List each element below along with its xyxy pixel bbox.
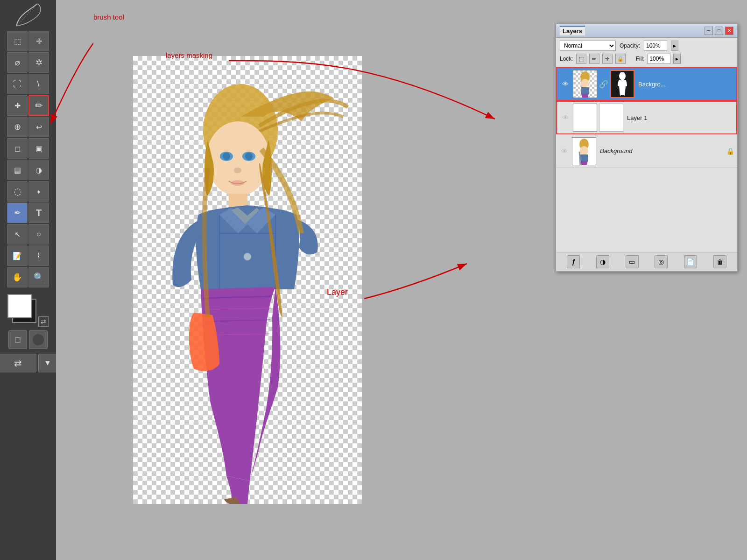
layer1-name: Layer 1 <box>625 114 733 121</box>
panel-close-btn[interactable]: ✕ <box>725 27 733 35</box>
zoom-tool[interactable]: 🔍 <box>28 267 49 287</box>
blur-tool[interactable]: ◑ <box>28 160 49 180</box>
healing-brush-tool[interactable]: ✚ <box>7 95 28 116</box>
eye-base-icon: 👁 <box>561 147 568 155</box>
brush-tool[interactable]: ✏ <box>28 95 49 116</box>
panel-controls: NormalDissolveMultiplyScreenOverlay Opac… <box>556 38 737 67</box>
hand-icon: ✋ <box>12 272 22 282</box>
fill-input[interactable] <box>647 54 670 64</box>
dodge-icon: ◌ <box>14 186 21 197</box>
svg-rect-12 <box>581 87 589 94</box>
opacity-arrow-btn[interactable]: ▶ <box>671 41 678 51</box>
layer-visibility-base[interactable]: 👁 <box>559 146 570 157</box>
layer-mask-thumb-bg <box>610 70 634 98</box>
svg-point-11 <box>581 79 589 88</box>
layer-visibility-bg[interactable]: 👁 <box>560 78 571 90</box>
text-tool[interactable]: T <box>28 203 49 223</box>
smudge-tool[interactable]: ⬧ <box>28 181 49 202</box>
standard-mode-btn[interactable]: □ <box>8 330 27 349</box>
background-eraser-tool[interactable]: ▣ <box>28 138 49 159</box>
panel-title-icons: ─ □ ✕ <box>705 27 733 35</box>
new-layer-btn[interactable]: 📄 <box>684 255 697 268</box>
path-select-tool[interactable]: ↖ <box>7 224 28 245</box>
crop-icon: ⛶ <box>13 79 21 89</box>
svg-rect-16 <box>580 154 588 161</box>
layer-thumb-1 <box>573 104 597 132</box>
magic-wand-tool[interactable]: ✲ <box>28 52 49 73</box>
restore-icon: □ <box>718 28 720 33</box>
layers-tab[interactable]: Layers <box>560 26 585 35</box>
tool-row-12: ✋ 🔍 <box>7 267 49 287</box>
background-base-row[interactable]: 👁 Background 🔒 <box>556 134 737 168</box>
tool-row-1: ⬚ ✛ <box>7 31 49 51</box>
screen-mode-btn[interactable]: ⇄ <box>0 354 36 372</box>
svg-point-6 <box>234 168 241 173</box>
tool-row-3: ⛶ / <box>7 74 49 94</box>
app-logo-icon <box>7 2 49 28</box>
background-layer-name: Backgro... <box>636 81 733 88</box>
layer-thumb-bg <box>573 70 597 98</box>
notes-tool[interactable]: 📝 <box>7 245 28 266</box>
blend-mode-select[interactable]: NormalDissolveMultiplyScreenOverlay <box>560 41 616 51</box>
lock-all-icon: 🔒 <box>617 56 624 62</box>
delete-layer-btn[interactable]: 🗑 <box>713 255 726 268</box>
new-group-btn[interactable]: ▭ <box>626 255 639 268</box>
lock-all-btn[interactable]: 🔒 <box>615 54 626 64</box>
layer-visibility-1[interactable]: 👁 <box>560 112 571 123</box>
lock-position-icon: ✛ <box>605 56 609 62</box>
hand-tool[interactable]: ✋ <box>7 267 28 287</box>
fx-icon: ƒ <box>571 258 575 266</box>
magic-wand-icon: ✲ <box>35 57 42 68</box>
quick-mask-btn[interactable] <box>29 330 48 349</box>
panel-restore-btn[interactable]: □ <box>715 27 723 35</box>
shape-icon: ○ <box>36 230 41 238</box>
switch-colors-btn[interactable]: ⇄ <box>38 316 49 327</box>
panel-title-tabs: Layers <box>560 26 585 35</box>
svg-point-5 <box>245 153 253 160</box>
move-tool[interactable]: ✛ <box>28 31 49 51</box>
lasso-tool[interactable]: ⌀ <box>7 52 28 73</box>
clone-stamp-tool[interactable]: ⊕ <box>7 117 28 137</box>
add-layer-style-btn[interactable]: ƒ <box>567 255 580 268</box>
lock-transparency-btn[interactable]: ⬚ <box>576 54 586 64</box>
eyedropper-tool[interactable]: / <box>28 74 49 94</box>
lock-image-icon: ✏ <box>592 56 596 62</box>
mask-icon: ◑ <box>600 258 606 266</box>
base-layer-image <box>573 138 595 165</box>
lock-position-btn[interactable]: ✛ <box>602 54 613 64</box>
history-brush-tool[interactable]: ↩ <box>28 117 49 137</box>
layer1-row[interactable]: 👁 Layer 1 <box>556 101 737 134</box>
layer-lock-icon: 🔒 <box>726 147 734 155</box>
panel-minimize-btn[interactable]: ─ <box>705 27 713 35</box>
screen-mode2-btn[interactable]: ▼ <box>38 354 57 372</box>
background-base-name: Background <box>598 147 725 154</box>
opacity-input[interactable] <box>644 41 667 51</box>
fill-arrow-btn[interactable]: ▶ <box>673 54 681 64</box>
eraser-tool[interactable]: ◻ <box>7 138 28 159</box>
dodge-tool[interactable]: ◌ <box>7 181 28 202</box>
crop-tool[interactable]: ⛶ <box>7 74 28 94</box>
adjustment-icon: ◎ <box>658 258 664 266</box>
marquee-tool[interactable]: ⬚ <box>7 31 28 51</box>
background-layer-row[interactable]: 👁 🔗 Back <box>556 67 737 101</box>
tool-row-4: ✚ ✏ <box>7 95 49 116</box>
tool-row-6: ◻ ▣ <box>7 138 49 159</box>
tool-row-7: ▤ ◑ <box>7 160 49 180</box>
tool-row-9: ✒ T <box>7 203 49 223</box>
gradient-tool[interactable]: ▤ <box>7 160 28 180</box>
layers-bottom-bar: ƒ ◑ ▭ ◎ 📄 🗑 <box>556 252 737 271</box>
eye-off-icon: 👁 <box>562 114 569 121</box>
eyedropper2-tool[interactable]: ⌇ <box>28 245 49 266</box>
tool-row-2: ⌀ ✲ <box>7 52 49 73</box>
screen-mode-icon: ⇄ <box>14 357 22 369</box>
foreground-color-swatch[interactable] <box>7 294 32 318</box>
add-mask-btn[interactable]: ◑ <box>596 255 609 268</box>
pen-tool[interactable]: ✒ <box>7 203 28 223</box>
trash-icon: 🗑 <box>717 258 723 266</box>
shape-tool[interactable]: ○ <box>28 224 49 245</box>
canvas-document[interactable] <box>133 56 362 504</box>
new-adjustment-btn[interactable]: ◎ <box>655 255 668 268</box>
move-icon: ✛ <box>36 37 42 46</box>
tool-row-5: ⊕ ↩ <box>7 117 49 137</box>
lock-image-btn[interactable]: ✏ <box>589 54 599 64</box>
